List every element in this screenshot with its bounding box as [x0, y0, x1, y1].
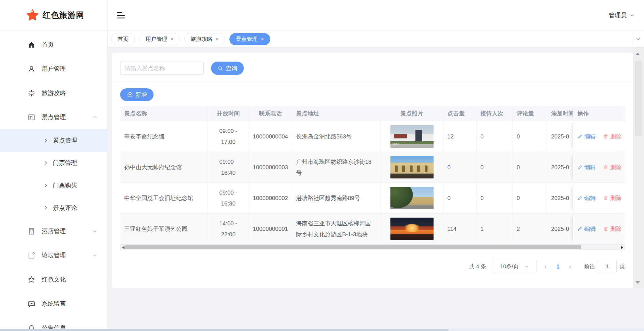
scroll-down-arrow-icon[interactable] [635, 281, 640, 284]
scroll-up-arrow-icon[interactable] [635, 53, 640, 55]
sidebar-item-home[interactable]: 首页 [0, 33, 107, 57]
delete-link[interactable]: 删除 [603, 193, 622, 203]
sidebar-subitem-label: 景点管理 [53, 136, 77, 144]
add-button[interactable]: 新增 [120, 88, 154, 101]
col-header-name: 景点名称 [120, 106, 208, 121]
sidebar-item-label: 红色文化 [42, 275, 66, 284]
close-icon[interactable]: × [170, 36, 174, 42]
search-input[interactable] [120, 62, 204, 75]
sidebar-item-label: 公告信息 [42, 324, 66, 329]
col-header-actions: 操作 [573, 106, 625, 121]
cell-actions: 编辑 删除 [573, 152, 625, 182]
sidebar-subitem-scenic-comments[interactable]: 景点评论 [0, 197, 107, 219]
edit-link[interactable]: 编辑 [577, 162, 596, 173]
cell-visitors: 0 [476, 183, 513, 213]
table-row: 辛亥革命纪念馆 09:00 - 17:00 10000000004 长洲岛金洲北… [120, 121, 625, 152]
scroll-left-arrow-icon[interactable] [122, 246, 124, 249]
chevron-up-icon [93, 115, 97, 120]
sidebar-subitem-scenic-manage[interactable]: 景点管理 [0, 129, 107, 152]
scrollbar-thumb[interactable] [125, 245, 581, 249]
tab-scenic-manage[interactable]: 景点管理 × [229, 33, 270, 45]
sidebar-item-notices[interactable]: 公告信息 [0, 316, 107, 329]
brand-logo: 红色旅游网 [0, 0, 107, 31]
chevron-down-icon [93, 253, 97, 258]
scenic-panel: 查询 新增 景点名称 开放时间 联系电话 景点地址 [112, 53, 633, 288]
chevron-right-icon [43, 138, 48, 143]
home-icon [28, 41, 35, 49]
sidebar-item-messages[interactable]: 系统留言 [0, 292, 107, 316]
cell-photo [381, 214, 443, 244]
page-content: 查询 新增 景点名称 开放时间 联系电话 景点地址 [108, 47, 644, 329]
chevron-down-icon [524, 264, 529, 269]
scroll-right-arrow-icon[interactable] [621, 246, 623, 249]
current-page[interactable]: 1 [556, 263, 559, 270]
edit-link[interactable]: 编辑 [577, 131, 596, 142]
cell-added: 2025-01- [547, 121, 573, 152]
spark-icon [28, 89, 35, 97]
scrollbar-thumb[interactable] [0, 329, 448, 331]
col-header-clicks: 点击量 [443, 106, 476, 121]
tab-travel-guide[interactable]: 旅游攻略 × [184, 33, 225, 45]
sidebar-subitem-ticket-purchase[interactable]: 门票购买 [0, 174, 107, 197]
cell-name: 辛亥革命纪念馆 [120, 121, 208, 152]
page-size-value: 10条/页 [500, 263, 519, 270]
col-header-address: 景点地址 [292, 106, 381, 121]
sidebar-item-hotels[interactable]: 酒店管理 [0, 219, 107, 243]
photo-watermark: Baidu [392, 141, 399, 147]
sidebar-item-forum[interactable]: 论坛管理 [0, 243, 107, 267]
sidebar-item-label: 论坛管理 [42, 251, 66, 259]
edit-link[interactable]: 编辑 [577, 223, 596, 234]
search-toolbar: 查询 [120, 62, 625, 75]
col-header-added: 添加时间 [547, 106, 573, 121]
sidebar-item-users[interactable]: 用户管理 [0, 57, 107, 81]
table-horizontal-scrollbar[interactable] [120, 244, 625, 250]
section-divider [112, 82, 633, 82]
cell-phone: 10000000004 [249, 121, 292, 152]
sidebar-item-culture[interactable]: 红色文化 [0, 267, 107, 292]
menu-collapse-icon[interactable] [117, 12, 125, 18]
user-dropdown[interactable]: 管理员 [609, 11, 635, 19]
goto-page-input[interactable] [598, 260, 617, 273]
sidebar-item-guides[interactable]: 旅游攻略 [0, 81, 107, 105]
delete-link[interactable]: 删除 [603, 131, 622, 142]
close-icon[interactable]: × [261, 36, 264, 42]
page-size-select[interactable]: 10条/页 [493, 260, 536, 273]
chat-bubble-icon [28, 300, 35, 308]
sidebar-item-label: 系统留言 [42, 300, 66, 308]
sidebar-subitem-ticket-manage[interactable]: 门票管理 [0, 152, 107, 174]
chevron-right-icon [43, 183, 48, 188]
chevron-down-icon [93, 229, 97, 234]
star-outline-icon [28, 276, 35, 284]
main-area: 管理员 首页 用户管理 × 旅游攻略 × 景点管理 × [108, 0, 644, 329]
scrollbar-thumb[interactable] [635, 61, 642, 136]
cell-address: 长洲岛金洲北路563号 [292, 121, 381, 152]
top-header: 管理员 [108, 0, 644, 31]
cell-actions: 编辑 删除 [573, 214, 625, 244]
query-label: 查询 [226, 64, 237, 72]
user-icon [28, 65, 35, 73]
cell-open-time: 09:00 - 16:30 [208, 183, 249, 213]
sidebar-item-label: 旅游攻略 [42, 89, 66, 97]
cell-actions: 编辑 删除 [573, 183, 625, 213]
cell-name: 三亚红色娘子军演艺公园 [120, 214, 208, 244]
tab-list-dropdown[interactable] [632, 31, 644, 47]
tab-user-manage[interactable]: 用户管理 × [139, 33, 180, 45]
window-horizontal-scrollbar[interactable] [0, 329, 644, 331]
next-page-button[interactable]: › [569, 263, 571, 270]
forum-board-icon [28, 252, 35, 259]
query-button[interactable]: 查询 [211, 62, 244, 75]
star-logo-icon [26, 9, 39, 22]
delete-link[interactable]: 删除 [603, 223, 622, 234]
edit-link[interactable]: 编辑 [577, 193, 596, 203]
chevron-right-icon [43, 205, 48, 210]
tab-home[interactable]: 首页 [111, 33, 135, 45]
vertical-scrollbar[interactable] [633, 47, 644, 288]
cell-clicks: 0 [443, 183, 476, 213]
user-name: 管理员 [609, 11, 627, 19]
prev-page-button[interactable]: ‹ [545, 263, 547, 270]
sidebar-item-scenic[interactable]: 景点管理 [0, 105, 107, 129]
delete-link[interactable]: 删除 [603, 162, 622, 173]
cell-name: 中华全国总工会旧址纪念馆 [120, 183, 208, 213]
tab-label: 首页 [118, 35, 129, 43]
close-icon[interactable]: × [216, 36, 219, 42]
